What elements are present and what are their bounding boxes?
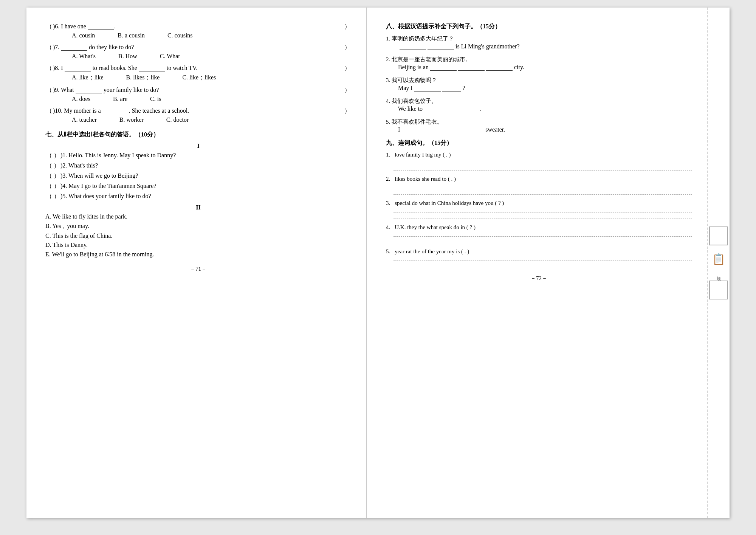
q7-opt-c: C. What [160,53,180,60]
sec8-q3-english: May I ? [393,85,692,91]
sec8-q1-blank1 [400,43,426,50]
sec8-q3-blank1 [414,85,441,91]
q10-opt-a: A. teacher [72,116,97,123]
sec8-q4-num: 4. 我们喜欢包饺子。 [386,98,692,105]
sec8-q2-blank1 [430,64,457,71]
q10-opt-b: B. worker [119,116,144,123]
sec7-ansD-text: D. This is Danny. [45,242,351,248]
sec7-ansB-text: B. Yes，you may. [45,222,351,230]
section9-title: 九、连词成句。（15分） [386,139,692,147]
q6-opt-c: C. cousins [167,32,193,39]
sec9-q2-line2 [393,189,692,195]
sec9-q1-words: 1. love family I big my ( . ) [386,152,692,158]
sec8-q4: 4. 我们喜欢包饺子。 We like to . [386,98,692,112]
question-7-row: （ )7. do they like to do? ） [45,43,351,51]
sec9-q5-num: 5. [386,248,390,255]
sec7-q4-row: （ ） )4. May I go to the Tian'anmen Squar… [45,182,351,190]
sec9-q3-num: 3. [386,200,390,206]
sec9-q1-answer [393,159,692,171]
sec9-q5-line2 [393,262,692,267]
q9-opt-c: C. is [150,96,161,102]
sec7-q2-paren-close: ） [53,162,60,170]
sec9-q4: 4. U.K. they the what speak do in ( ? ) [386,224,692,243]
q6-opt-a: A. cousin [72,32,95,39]
q6-opt-b: B. a cousin [118,32,145,39]
q6-paren: （ [45,23,53,31]
sec9-q2-words: 2. likes books she read to ( . ) [386,176,692,182]
q8-opt-b: B. likes；like [126,74,160,82]
sec7-q1-text: )1. Hello. This is Jenny. May I speak to… [60,152,351,159]
question-10-row: （ )10. My mother is a . She teaches at a… [45,107,351,115]
sec9-q5: 5. year rat the of the year my is ( . ) [386,248,692,267]
sec8-q2: 2. 北京是一座古老而美丽的城市。 Beijing is an city. [386,56,692,71]
sec9-q3-line1 [393,207,692,212]
sec8-q5-blank3 [457,126,484,133]
sec8-q3-num: 3. 我可以去购物吗？ [386,77,692,84]
sec8-q1-num: 1. 李明的奶奶多大年纪了？ [386,35,692,42]
sec9-q5-text: year rat the of the year my is ( . ) [395,248,469,255]
sec9-q5-words: 5. year rat the of the year my is ( . ) [386,248,692,255]
sec8-q5-num: 5. 我不喜欢那件毛衣。 [386,118,692,126]
q9-opt-a: A. does [72,96,90,102]
sec7-q2-row: （ ） )2. What's this? [45,162,351,170]
sec9-q2-num: 2. [386,176,390,182]
q8-opt-c: C. like；likes [182,74,216,82]
sec8-q1: 1. 李明的奶奶多大年纪了？ is Li Ming's grandmother? [386,35,692,50]
q7-options: A. What's B. How C. What [72,53,351,60]
q8-blank2 [139,64,165,71]
right-binding: 📋 装订线 [707,8,730,518]
score-decoration: 📋 [712,253,725,265]
sec9-q4-line1 [393,231,692,237]
q10-text: )10. My mother is a . She teaches at a s… [53,107,344,114]
sec7-q5-text: )5. What does your family like to do? [60,193,351,200]
sec7-ansA-text: A. We like to fly kites in the park. [45,213,351,220]
q8-opt-a: A. like；like [72,74,104,82]
question-8-row: （ )8. I to read books. She to watch TV. … [45,64,351,72]
sec7-q4-text: )4. May I go to the Tian'anmen Square? [60,183,351,189]
q9-opt-b: B. are [113,96,127,102]
q10-opt-c: C. doctor [166,116,189,123]
section7-title: 七、从Ⅱ栏中选出Ⅰ栏各句的答语。（10分） [45,131,351,139]
binding-text: 装订线 [714,269,723,277]
sec9-q2-line1 [393,183,692,188]
question-6-row: （ )6. I have one . ） [45,23,351,31]
q8-blank1 [65,64,91,71]
sec7-q3-paren-close: ） [53,172,60,180]
q9-options: A. does B. are C. is [72,96,351,102]
left-page: （ )6. I have one . ） A. cousin B. a cous… [26,8,367,518]
section8-title: 八、根据汉语提示补全下列句子。（15分） [386,23,692,31]
sec8-q4-blank2 [452,105,479,112]
sec7-q2-text: )2. What's this? [60,162,351,169]
sec9-q4-answer [393,231,692,243]
top-corner-box [709,226,728,245]
sec9-q2: 2. likes books she read to ( . ) [386,176,692,195]
sec8-q2-blank3 [486,64,513,71]
sec9-q2-text: likes books she read to ( . ) [395,176,456,182]
q9-paren: （ [45,86,53,94]
sec8-q5-blank1 [401,126,428,133]
q6-blank [88,23,114,30]
q10-paren-close: ） [344,107,351,115]
q9-blank [76,86,102,93]
sec7-ansA: A. We like to fly kites in the park. [45,213,351,220]
sec8-q3-blank2 [442,85,461,91]
sec8-q4-blank1 [424,105,451,112]
sec7-q5-paren: （ [45,192,53,200]
right-page-number: －72－ [386,275,692,282]
sec9-q4-num: 4. [386,224,390,231]
sec9-q1-line1 [393,159,692,164]
sec7-ansD: D. This is Danny. [45,242,351,248]
sec9-q4-words: 4. U.K. they the what speak do in ( ? ) [386,224,692,231]
column-I-label: I [45,143,351,149]
sec9-q1-num: 1. [386,152,390,158]
sec7-q4-paren: （ [45,182,53,190]
sec9-q3: 3. special do what in China holidays hav… [386,200,692,219]
q9-text: )9. What your family like to do? [53,86,344,93]
q10-options: A. teacher B. worker C. doctor [72,116,351,123]
left-page-number: －71－ [45,265,351,273]
sec7-q2-paren: （ [45,162,53,170]
sec7-q5-paren-close: ） [53,192,60,200]
sec9-q2-answer [393,183,692,195]
q6-paren-close: ） [344,23,351,31]
sec9-q3-words: 3. special do what in China holidays hav… [386,200,692,206]
